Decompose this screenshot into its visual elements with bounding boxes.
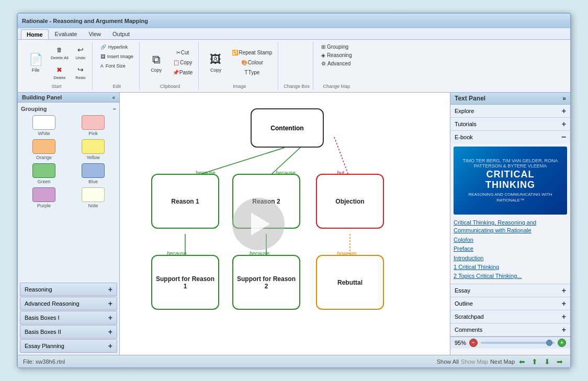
node-support2[interactable]: Support for Reason 2	[232, 255, 300, 310]
section-basis-boxes-2[interactable]: Basis Boxes II +	[20, 325, 117, 339]
node-support1[interactable]: Support for Reason 1	[151, 255, 219, 310]
grouping-section: Grouping − White Pink Orange	[18, 103, 119, 211]
node-objection[interactable]: Objection	[316, 174, 384, 229]
ebook-link-4[interactable]: 1 Critical Thinking	[454, 263, 567, 271]
panel-sections: Reasoning + Advanced Reasoning + Basis B…	[18, 281, 119, 355]
comments-expand-icon: +	[562, 326, 566, 334]
color-yellow[interactable]: Yellow	[70, 139, 116, 160]
show-all-button[interactable]: Show All	[437, 358, 459, 365]
ebook-content: TIMO TER BERG, TIM VAN GELDER, RONA PATT…	[450, 143, 570, 284]
color-pink[interactable]: Pink	[70, 115, 116, 136]
tab-view[interactable]: View	[83, 29, 106, 39]
zoom-decrease-button[interactable]: −	[469, 339, 478, 347]
reasoning-button[interactable]: ◈ Reasoning	[319, 51, 355, 59]
ebook-header[interactable]: E-book −	[450, 131, 570, 143]
explore-expand-icon: +	[562, 107, 566, 115]
colour-button[interactable]: 🎨 Colour	[229, 58, 275, 67]
type-button[interactable]: T Type	[229, 68, 275, 77]
font-size-button[interactable]: A Font Size	[98, 62, 128, 70]
tutorials-header[interactable]: Tutorials +	[450, 118, 570, 130]
ribbon: Home Evaluate View Output 📄 File 🗑 Delet…	[18, 28, 570, 93]
delete-all-icon: 🗑	[54, 44, 65, 55]
ebook-link-1[interactable]: Colofon	[454, 236, 567, 244]
nav-left-button[interactable]: ⬅	[517, 357, 527, 366]
repeat-stamp-button[interactable]: 🔁 Repeat Stamp	[229, 48, 275, 57]
advanced-button[interactable]: ⚙ Advanced	[319, 60, 355, 68]
colour-icon: 🎨	[241, 60, 247, 65]
white-swatch	[32, 115, 55, 130]
zoom-level: 95%	[455, 340, 466, 346]
image-copy-button[interactable]: 🖼 Copy	[204, 50, 227, 75]
ribbon-content: 📄 File 🗑 Delete All ✖ Delete	[18, 39, 570, 92]
ebook-cover[interactable]: TIMO TER BERG, TIM VAN GELDER, RONA PATT…	[454, 147, 567, 215]
ribbon-group-start: 📄 File 🗑 Delete All ✖ Delete	[21, 42, 93, 90]
yellow-swatch	[82, 139, 105, 154]
insert-image-button[interactable]: 🖼 Insert Image	[98, 52, 136, 61]
color-purple[interactable]: Purple	[21, 187, 67, 208]
nav-up-button[interactable]: ⬆	[529, 357, 540, 366]
tab-evaluate[interactable]: Evaluate	[50, 29, 83, 39]
color-white[interactable]: White	[21, 115, 67, 136]
nav-down-button[interactable]: ⬇	[542, 357, 552, 366]
color-green[interactable]: Green	[21, 163, 67, 184]
comments-header[interactable]: Comments +	[450, 323, 570, 336]
hyperlink-button[interactable]: 🔗 Hyperlink	[98, 43, 131, 51]
essay-header[interactable]: Essay +	[450, 284, 570, 297]
next-map-button[interactable]: Next Map	[490, 358, 515, 365]
canvas-content: because because but because because howe…	[120, 93, 450, 355]
section-advanced-reasoning[interactable]: Advanced Reasoning +	[20, 297, 117, 310]
ebook-title: CRITICALTHINKING	[485, 170, 535, 190]
scratchpad-header[interactable]: Scratchpad +	[450, 310, 570, 323]
copy-button[interactable]: ⧉ Copy	[145, 50, 168, 75]
node-reason2[interactable]: Reason 2	[232, 174, 300, 229]
tab-home[interactable]: Home	[21, 29, 49, 39]
copy-small-icon: 📋	[173, 60, 179, 65]
color-blue[interactable]: Blue	[70, 163, 116, 184]
nav-right-button[interactable]: ➡	[555, 357, 565, 366]
canvas-area[interactable]: because because but because because howe…	[120, 93, 450, 355]
node-contention[interactable]: Contention	[251, 108, 324, 148]
node-rebuttal[interactable]: Rebuttal	[316, 255, 384, 310]
ebook-link-0[interactable]: Critical Thinking, Reasoning and Communi…	[454, 219, 567, 235]
section-comments: Comments +	[450, 323, 570, 337]
bottom-sections: Essay + Outline + Scratchpad +	[450, 284, 570, 337]
copy-small-button[interactable]: 📋 Copy	[170, 58, 196, 67]
zoom-increase-button[interactable]: +	[558, 339, 566, 347]
status-bar: File: xw38h6.rtnl Show All Show Map Next…	[18, 355, 570, 367]
advanced-reasoning-expand-icon: +	[108, 299, 112, 308]
section-basis-boxes-1[interactable]: Basis Boxes I +	[20, 311, 117, 324]
show-map-button[interactable]: Show Map	[461, 358, 488, 365]
outline-header[interactable]: Outline +	[450, 297, 570, 310]
delete-button[interactable]: ✖ Delete	[48, 63, 71, 82]
panel-collapse-btn[interactable]: «	[112, 95, 115, 100]
blue-swatch	[82, 163, 105, 178]
section-reasoning[interactable]: Reasoning +	[20, 283, 117, 296]
paste-button[interactable]: 📌 Paste	[170, 68, 196, 77]
undo-button[interactable]: ↩ Undo	[72, 43, 89, 62]
section-essay-planning[interactable]: Essay Planning +	[20, 339, 117, 353]
ebook-link-5[interactable]: 2 Topics Critical Thinking...	[454, 272, 567, 280]
zoom-bar: 95% − +	[450, 337, 570, 349]
green-label: Green	[37, 179, 50, 184]
node-reason1[interactable]: Reason 1	[151, 174, 219, 229]
zoom-slider[interactable]	[481, 342, 555, 344]
ebook-link-2[interactable]: Preface	[454, 245, 567, 253]
basis-boxes-2-expand-icon: +	[108, 328, 112, 336]
explore-header[interactable]: Explore +	[450, 105, 570, 117]
tab-output[interactable]: Output	[107, 29, 135, 39]
cut-button[interactable]: ✂ Cut	[170, 48, 196, 57]
change-map-label: Change Map	[323, 83, 350, 89]
file-button[interactable]: 📄 File	[24, 50, 47, 75]
redo-button[interactable]: ↪ Redo	[72, 63, 89, 82]
title-bar: Rationale - Reasoning and Argument Mappi…	[18, 14, 570, 28]
reasoning-expand-icon: +	[108, 285, 112, 294]
right-panel-expand-icon[interactable]: »	[562, 95, 566, 102]
ebook-link-3[interactable]: Introduction	[454, 254, 567, 262]
color-note[interactable]: Note	[70, 187, 116, 208]
grouping-button[interactable]: ⊞ Grouping	[319, 43, 355, 51]
delete-all-button[interactable]: 🗑 Delete All	[48, 43, 71, 62]
redo-icon: ↪	[75, 64, 86, 75]
grouping-collapse-icon[interactable]: −	[113, 106, 116, 112]
ribbon-group-change-map: ⊞ Grouping ◈ Reasoning ⚙ Advanced Change…	[315, 42, 358, 90]
color-orange[interactable]: Orange	[21, 139, 67, 160]
